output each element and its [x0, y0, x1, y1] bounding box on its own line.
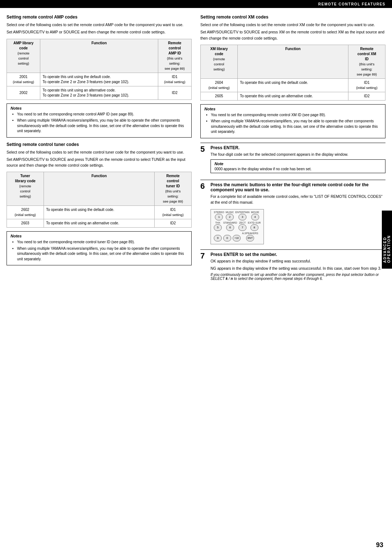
tuner-table-header-1: Tunerlibrary code (remotecontrolsetting) — [7, 172, 44, 206]
key-1: 1 — [215, 214, 223, 220]
page-section-title: REMOTE CONTROL FEATURES — [318, 2, 385, 6]
xm-note-2: When using multiple YAMAHA receivers/amp… — [211, 119, 381, 135]
step5-title: Press ENTER. — [211, 145, 385, 150]
key-group-10: +10 — [233, 232, 241, 241]
tuner-codes-para1: Select one of the following codes to set… — [7, 149, 192, 155]
xm-row2-id: ID2 — [348, 92, 385, 100]
xm-row1-code: 2604(initial setting) — [201, 78, 238, 92]
xm-row1-id: ID1(initial setting) — [348, 78, 385, 92]
xm-codes-table: XM librarycode (remotecontrolsetting) Fu… — [200, 45, 385, 101]
key-ent: ENT — [246, 235, 254, 241]
amp-row1-id: ID1(initial setting) — [158, 73, 191, 86]
amp-row2-id: ID2 — [158, 86, 191, 99]
step5-note-title: Note — [215, 162, 381, 166]
keypad-row-labels-1: STEREO 1 MUSIC 2 ENTERTAIN 3 — [214, 211, 261, 220]
amp-table-row-1: 2001(initial setting) To operate this un… — [7, 73, 192, 86]
step5-divider — [200, 143, 385, 143]
amp-codes-para2: Set AMP/SOURCE/TV to AMP or SOURCE and t… — [7, 29, 192, 35]
amp-table-header-1: AMP librarycode (remotecontrolsetting) — [7, 39, 40, 73]
keypad-row-3: 9 0 +10 A.SPEAKERS — [214, 232, 261, 241]
key-group-7: ZECT 7 — [238, 221, 246, 231]
step7-content: Press ENTER to set the number. OK appear… — [211, 252, 385, 281]
xm-codes-para1: Select one of the following codes to set… — [200, 22, 385, 28]
key-group-6: STANDARD 6 — [223, 221, 237, 231]
xm-codes-section: Setting remote control XM codes Select o… — [200, 15, 385, 138]
amp-table-header-2: Function — [40, 39, 158, 73]
key-plus10: +10 — [233, 235, 241, 241]
key-group-8: EXTD SUR 8 — [248, 221, 261, 231]
step6-divider — [200, 180, 385, 180]
tuner-table-header-2: Function — [44, 172, 154, 206]
tuner-notes-list: You need to set the corresponding remote… — [11, 240, 188, 262]
page-number: 93 — [376, 541, 383, 549]
step6-body: For a complete list of available remote … — [211, 194, 385, 205]
key-8: 8 — [250, 224, 258, 231]
page: REMOTE CONTROL FEATURES Setting remote c… — [0, 0, 392, 554]
step7-body1: OK appears in the display window if sett… — [211, 258, 385, 264]
amp-codes-table: AMP librarycode (remotecontrolsetting) F… — [7, 39, 192, 100]
xm-table-row-2: 2605 To operate this unit using an alter… — [201, 92, 385, 100]
tuner-codes-title: Setting remote control tuner codes — [7, 142, 192, 147]
step5-content: Press ENTER. The four-digit code set for… — [211, 145, 385, 177]
key-9: 9 — [214, 235, 222, 241]
amp-note-2: When using multiple YAMAHA receivers/amp… — [17, 118, 188, 134]
key-group-4: MOVIE 4 — [251, 211, 259, 220]
key-group-ent: A.SPEAKERS ENT — [242, 232, 258, 241]
step5-note-box: Note 0000 appears in the display window … — [211, 159, 385, 173]
step7-row: 7 Press ENTER to set the number. OK appe… — [200, 252, 385, 281]
top-bar: REMOTE CONTROL FEATURES — [0, 0, 392, 8]
tuner-codes-section: Setting remote control tuner codes Selec… — [7, 142, 192, 266]
xm-table-row-1: 2604(initial setting) To operate this un… — [201, 78, 385, 92]
key-group-1: STEREO 1 — [214, 211, 224, 220]
xm-table-header-2: Function — [237, 45, 348, 78]
key-group-2: MUSIC 2 — [226, 211, 234, 220]
key-3: 3 — [238, 214, 246, 220]
amp-notes-box: Notes You need to set the corresponding … — [7, 103, 192, 138]
xm-codes-title: Setting remote control XM codes — [200, 15, 385, 20]
tuner-codes-para2: Set AMP/SOURCE/TV to SOURCE and press TU… — [7, 156, 192, 168]
step6-row: 6 Press the numeric buttons to enter the… — [200, 182, 385, 247]
tuner-notes-box: Notes You need to set the corresponding … — [7, 231, 192, 265]
step5-body: The four-digit code set for the selected… — [211, 151, 385, 157]
step7-title: Press ENTER to set the number. — [211, 252, 385, 257]
step7-italic-note: If you continuously want to set up anoth… — [211, 273, 385, 281]
keypad-area: STEREO 1 MUSIC 2 ENTERTAIN 3 — [211, 209, 264, 244]
left-column: Setting remote control AMP codes Select … — [7, 15, 192, 283]
amp-note-1: You need to set the corresponding remote… — [17, 112, 188, 117]
tuner-note-2: When using multiple YAMAHA receivers/amp… — [17, 246, 188, 262]
amp-codes-section: Setting remote control AMP codes Select … — [7, 15, 192, 138]
amp-codes-para1: Select one of the following codes to set… — [7, 22, 192, 28]
key-7: 7 — [238, 224, 246, 231]
step6-number: 6 — [200, 182, 208, 190]
xm-codes-para2: Set AMP/SOURCE/TV to SOURCE and press XM… — [200, 29, 385, 41]
xm-table-header-3: Remotecontrol XMID (this unit'ssetting:s… — [348, 45, 385, 78]
tuner-row1-code: 2602(initial setting) — [7, 206, 44, 219]
amp-codes-title: Setting remote control AMP codes — [7, 15, 192, 20]
key-2: 2 — [226, 214, 234, 220]
key-4: 4 — [251, 214, 259, 220]
tuner-note-1: You need to set the corresponding remote… — [17, 240, 188, 245]
xm-note-1: You need to set the corresponding remote… — [211, 113, 381, 118]
tuner-row2-function: To operate this unit using an alternativ… — [44, 219, 154, 228]
xm-row2-function: To operate this unit using an alternativ… — [237, 92, 348, 100]
content-area: Setting remote control AMP codes Select … — [0, 8, 392, 289]
tuner-row2-id: ID2 — [155, 219, 192, 228]
xm-notes-list: You need to set the corresponding remote… — [204, 113, 381, 135]
xm-table-header-1: XM librarycode (remotecontrolsetting) — [201, 45, 238, 78]
step7-body2: NG appears in the display window if the … — [211, 265, 385, 271]
xm-notes-box: Notes You need to set the corresponding … — [200, 104, 385, 138]
tuner-row2-code: 2603 — [7, 219, 44, 228]
tuner-table-header-3: Remotecontroltuner ID (this unit'ssettin… — [155, 172, 192, 206]
amp-table-row-2: 2002 To operate this unit using an alter… — [7, 86, 192, 99]
amp-notes-title: Notes — [11, 106, 188, 110]
key-group-0: 0 — [223, 232, 231, 241]
tuner-table-row-1: 2602(initial setting) To operate this un… — [7, 206, 192, 219]
xm-row1-function: To operate this unit using the default c… — [237, 78, 348, 92]
step5-note-text: 0000 appears in the display window if no… — [215, 167, 311, 171]
key-group-3: ENTERTAIN 3 — [235, 211, 249, 220]
amp-row2-function: To operate this unit using an alternativ… — [40, 86, 158, 99]
step5-row: 5 Press ENTER. The four-digit code set f… — [200, 145, 385, 177]
xm-notes-title: Notes — [204, 107, 381, 111]
key-6: 6 — [226, 224, 234, 231]
amp-row1-code: 2001(initial setting) — [7, 73, 40, 86]
